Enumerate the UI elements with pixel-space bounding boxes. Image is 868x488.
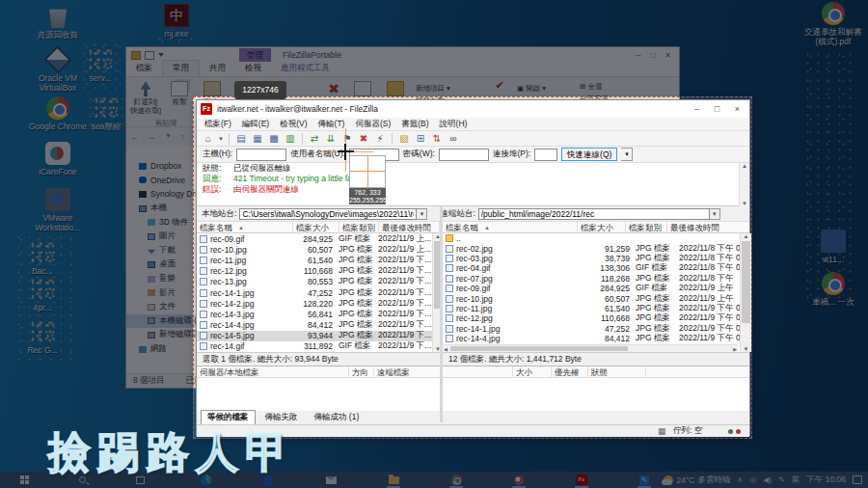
- toggle-log-icon[interactable]: ▤: [234, 132, 248, 145]
- tab-file[interactable]: 檔案: [126, 61, 162, 76]
- desktop-icon-serv[interactable]: serv...: [69, 48, 131, 83]
- desktop-icon-mj-exe[interactable]: 中 mj.exe: [149, 4, 203, 39]
- rename-button[interactable]: [346, 79, 379, 98]
- remote-path-combobox[interactable]: [478, 208, 710, 220]
- menu-item[interactable]: 傳輸(T): [318, 119, 345, 130]
- sync-browse-icon[interactable]: ⇅: [430, 132, 444, 145]
- process-queue-icon[interactable]: ⇊: [324, 132, 338, 145]
- tab-queued-files[interactable]: 等候的檔案: [201, 410, 256, 425]
- clock[interactable]: 下午 10:06: [806, 474, 846, 486]
- new-item-button[interactable]: 新增項目 ▾: [416, 84, 450, 94]
- hidden-icons-chevron-icon[interactable]: ∧: [737, 475, 743, 484]
- password-input[interactable]: [439, 149, 489, 161]
- sidebar-item[interactable]: OneDrive: [126, 174, 196, 188]
- up-icon[interactable]: ↑: [180, 132, 185, 142]
- minimize-icon[interactable]: ─: [636, 51, 641, 60]
- pane-splitter[interactable]: [440, 206, 443, 422]
- new-folder-button[interactable]: [379, 79, 412, 98]
- cancel-icon[interactable]: ✖: [357, 132, 370, 145]
- desktop-icon-icarefone[interactable]: iCareFone: [27, 142, 89, 176]
- tab-share[interactable]: 共用: [200, 61, 235, 76]
- sidebar-item[interactable]: 文件: [126, 300, 196, 314]
- back-icon[interactable]: ←: [130, 132, 139, 142]
- tab-app-tools[interactable]: 應用程式工具: [271, 61, 339, 76]
- scrollbar-thumb[interactable]: [742, 241, 750, 323]
- menu-item[interactable]: 說明(H): [440, 119, 468, 130]
- filezilla-titlebar[interactable]: Fz itwalker.net - itwalker@itwalker.net …: [197, 100, 749, 118]
- quickconnect-button[interactable]: 快速連線(Q): [561, 148, 617, 161]
- maximize-icon[interactable]: □: [650, 51, 655, 60]
- desktop-icon-recycle-bin[interactable]: 資源回收筒: [27, 5, 89, 40]
- local-file-row[interactable]: rec-13.jpg 80,553 JPG 檔案 2022/11/9 下...: [197, 277, 432, 287]
- toggle-queue-icon[interactable]: ▥: [284, 132, 297, 145]
- toggle-local-tree-icon[interactable]: ▦: [251, 132, 264, 145]
- disconnect-icon[interactable]: ⚡: [373, 132, 387, 145]
- local-file-row[interactable]: rec-09.gif 284,925 GIF 檔案 2022/11/9 上...: [197, 233, 432, 244]
- copy-button[interactable]: 複製: [163, 79, 196, 107]
- remote-horizontal-scrollbar[interactable]: ◀ ▶: [443, 344, 738, 352]
- chevron-down-icon[interactable]: ▼: [417, 208, 427, 220]
- desktop-icon-vmware[interactable]: VMware Workstatio...: [27, 188, 89, 232]
- menu-item[interactable]: 檢視(V): [280, 119, 307, 130]
- port-input[interactable]: [534, 149, 557, 161]
- quick-access-toolbar[interactable]: [131, 51, 164, 60]
- taskbar-filezilla[interactable]: Fz: [571, 472, 592, 488]
- remote-file-row[interactable]: rec-14-4.jpg 84,412 JPG 檔案 2022/11/9 下午 …: [443, 334, 740, 343]
- notification-center-icon[interactable]: [853, 475, 862, 484]
- site-manager-icon[interactable]: ⌂: [202, 132, 215, 145]
- delete-button[interactable]: ✖: [317, 79, 350, 98]
- taskbar-file-explorer[interactable]: [383, 472, 404, 488]
- menu-item[interactable]: 書籤(B): [401, 119, 428, 130]
- sidebar-item[interactable]: 桌面: [126, 258, 196, 272]
- desktop-icon-misc-2[interactable]: 4pr...: [12, 278, 73, 312]
- find-icon[interactable]: ∞: [447, 132, 460, 145]
- sidebar-item[interactable]: 本機: [126, 202, 196, 216]
- properties-button[interactable]: ✔: [483, 79, 516, 98]
- chevron-down-icon[interactable]: ▼: [218, 136, 224, 142]
- taskbar-capture-tool[interactable]: [508, 472, 529, 488]
- sidebar-item[interactable]: 圖片: [126, 230, 196, 244]
- add-to-queue-icon[interactable]: ⚑: [340, 132, 354, 145]
- local-file-row[interactable]: rec-14.gif 311,892 GIF 檔案 2022/11/9 下...: [197, 341, 432, 352]
- tab-successful-transfers[interactable]: 傳輸成功 (1): [308, 410, 366, 425]
- weather-widget[interactable]: 24°C 多雲時晴: [664, 474, 730, 486]
- sidebar-item[interactable]: 3D 物件: [126, 215, 196, 230]
- local-path-combobox[interactable]: [239, 208, 417, 220]
- tab-view[interactable]: 檢視: [235, 61, 271, 76]
- compare-icon[interactable]: ⊞: [414, 132, 427, 145]
- pen-settings-icon[interactable]: ✎: [778, 475, 785, 484]
- desktop-icon-w11[interactable]: w11...: [802, 230, 864, 264]
- open-button[interactable]: ▣ 開啟 ▾: [517, 84, 546, 94]
- local-file-row[interactable]: rec-12.jpg 110,668 JPG 檔案 2022/11/9 下...: [197, 266, 432, 277]
- local-file-row[interactable]: rec-14-5.jpg 93,944 JPG 檔案 2022/11/9 下..…: [197, 331, 432, 341]
- sidebar-item[interactable]: Synology Dri: [126, 187, 196, 202]
- local-file-row[interactable]: rec-10.jpg 60,507 JPG 檔案 2022/11/9 上...: [197, 244, 432, 255]
- desktop-icon-accident[interactable]: 車禍... 一次: [802, 272, 864, 307]
- chevron-down-icon[interactable]: ▼: [165, 132, 172, 142]
- quickconnect-dropdown-icon[interactable]: ▼: [621, 148, 633, 161]
- close-icon[interactable]: ×: [731, 104, 744, 114]
- tray-app-icon[interactable]: ◎: [749, 475, 756, 484]
- menu-item[interactable]: 檔案(F): [204, 119, 231, 130]
- manage-contextual-tab[interactable]: 管理: [239, 48, 271, 62]
- remote-list-scrollbar[interactable]: ▲ ▼: [740, 233, 751, 352]
- sidebar-item[interactable]: 網路: [126, 342, 196, 357]
- start-button[interactable]: [14, 472, 35, 488]
- input-language[interactable]: 英: [792, 474, 800, 486]
- volume-icon[interactable]: ◀): [763, 475, 772, 484]
- taskbar-mail[interactable]: [320, 472, 341, 488]
- sidebar-item[interactable]: 影片: [126, 285, 196, 300]
- local-file-row[interactable]: rec-14-3.jpg 56,841 JPG 檔案 2022/11/9 下..…: [197, 309, 432, 319]
- filter-icon[interactable]: ▧: [397, 132, 411, 145]
- desktop-icon-pdf[interactable]: 交通事故和解書(橫式).pdf: [802, 2, 864, 46]
- maximize-icon[interactable]: □: [711, 104, 723, 114]
- scroll-up-icon[interactable]: ▲: [740, 163, 749, 169]
- host-input[interactable]: [236, 149, 286, 161]
- desktop-icon-misc-3[interactable]: Rec G...: [12, 320, 73, 355]
- select-all-button[interactable]: ⊞ 全選: [580, 82, 602, 92]
- minimize-icon[interactable]: –: [691, 104, 703, 114]
- local-file-row[interactable]: rec-14-1.jpg 47,252 JPG 檔案 2022/11/9 下..…: [197, 287, 432, 298]
- scrollbar-thumb[interactable]: [450, 346, 628, 351]
- local-file-row[interactable]: rec-11.jpg 61,540 JPG 檔案 2022/11/9 下...: [197, 255, 432, 265]
- forward-icon[interactable]: →: [148, 132, 156, 142]
